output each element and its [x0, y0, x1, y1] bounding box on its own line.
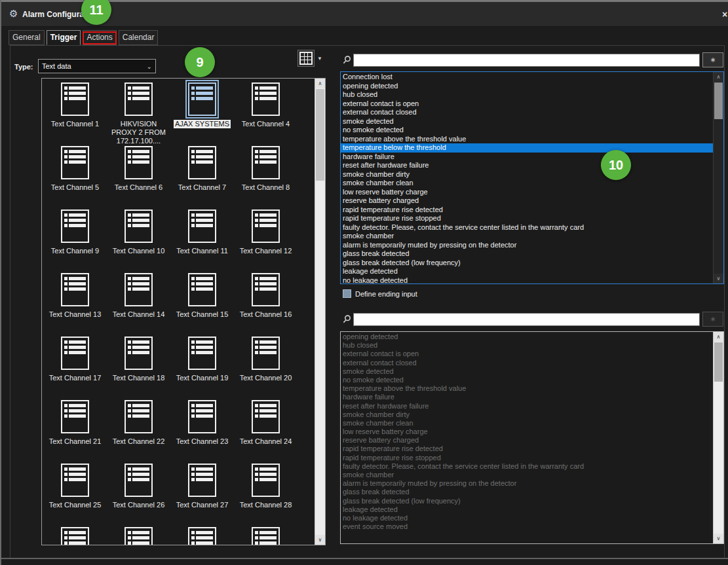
text-channel-item[interactable]: Text Channel 5: [43, 143, 107, 207]
text-channel-item[interactable]: [43, 524, 107, 545]
text-channel-item[interactable]: Text Channel 22: [107, 397, 170, 461]
end-events-scrollbar[interactable]: ∧ ∨: [713, 332, 723, 543]
start-event-search-input[interactable]: [353, 54, 700, 67]
scrollbar-thumb[interactable]: [714, 342, 723, 382]
event-item[interactable]: hub closed: [341, 90, 714, 100]
text-channel-item[interactable]: Text Channel 9: [43, 207, 107, 270]
view-mode-button[interactable]: ▼: [297, 50, 322, 67]
event-item[interactable]: alarm is temporarily muted by pressing o…: [341, 241, 714, 250]
event-item[interactable]: hardware failure: [341, 153, 714, 162]
text-channel-item[interactable]: Text Channel 21: [43, 397, 107, 461]
text-channel-item[interactable]: Text Channel 27: [170, 461, 234, 524]
text-channel-item[interactable]: Text Channel 19: [170, 334, 234, 397]
event-item[interactable]: rapid temperature rise detected: [341, 206, 714, 215]
text-channel-item[interactable]: Text Channel 8: [234, 143, 297, 207]
trigger-tab-panel: Type: Text data ⌄ ▼ Text Channel 1: [10, 45, 725, 559]
text-channel-item[interactable]: Text Channel 1: [43, 80, 107, 143]
text-channel-item[interactable]: Text Channel 12: [234, 207, 297, 270]
event-item: opening detected: [341, 333, 714, 341]
event-item[interactable]: external contact closed: [341, 108, 714, 117]
text-channel-item[interactable]: Text Channel 10: [107, 207, 170, 270]
event-item[interactable]: faulty detector. Please, contact the ser…: [341, 223, 714, 232]
text-channel-label: Text Channel 26: [113, 501, 165, 509]
event-item[interactable]: external contact is open: [341, 100, 714, 109]
scroll-down-icon[interactable]: ∨: [714, 534, 723, 543]
event-item[interactable]: opening detected: [341, 82, 714, 91]
define-ending-input-checkbox[interactable]: [343, 289, 351, 298]
type-dropdown[interactable]: Text data ⌄: [38, 59, 156, 73]
event-item: temperature above the threshold value: [341, 384, 714, 393]
close-icon[interactable]: ×: [722, 9, 727, 20]
event-item[interactable]: smoke chamber: [341, 232, 714, 241]
text-channel-item[interactable]: AJAX SYSTEMS: [170, 80, 234, 143]
start-search-options-button[interactable]: ∗: [702, 52, 723, 67]
event-item[interactable]: smoke detected: [341, 117, 714, 126]
event-item[interactable]: no leakage detected: [341, 276, 714, 284]
scroll-down-icon[interactable]: ∨: [315, 535, 325, 545]
text-channel-label: Text Channel 13: [49, 310, 102, 319]
text-channel-item[interactable]: Text Channel 15: [170, 270, 234, 334]
text-channel-item[interactable]: Text Channel 16: [234, 270, 297, 334]
dropdown-arrow-icon: ▼: [317, 56, 322, 62]
text-channel-item[interactable]: Text Channel 14: [107, 270, 170, 334]
text-channel-grid: Text Channel 1 HIKVISION PROXY 2 FROM 17…: [42, 79, 315, 545]
type-label: Type:: [14, 63, 33, 71]
text-channel-icon: [249, 143, 282, 182]
text-channel-icon: [58, 461, 92, 500]
text-channel-item[interactable]: Text Channel 24: [234, 397, 297, 461]
scroll-up-icon[interactable]: ∧: [714, 332, 723, 342]
text-channel-item[interactable]: Text Channel 11: [170, 207, 234, 270]
text-channel-item[interactable]: Text Channel 23: [170, 397, 234, 461]
text-channel-label: Text Channel 25: [49, 501, 102, 509]
tab[interactable]: General: [9, 30, 45, 45]
text-channel-item[interactable]: Text Channel 4: [234, 80, 297, 143]
event-item[interactable]: rapid temperature rise stopped: [341, 214, 714, 223]
event-item[interactable]: glass break detected (low frequency): [341, 259, 714, 268]
text-channel-item[interactable]: HIKVISION PROXY 2 FROM 172.17.100....: [107, 80, 170, 143]
event-item: external contact is open: [341, 350, 714, 358]
text-channel-icon: [185, 334, 219, 373]
tab[interactable]: Trigger: [47, 30, 81, 45]
event-item: rapid temperature rise detected: [341, 445, 714, 453]
text-channel-item[interactable]: [170, 524, 234, 545]
event-item[interactable]: no smoke detected: [341, 126, 714, 135]
event-item[interactable]: temperature below the threshold: [341, 143, 714, 153]
text-channel-item[interactable]: [107, 524, 170, 545]
scroll-up-icon[interactable]: ∧: [714, 72, 723, 82]
scrollbar-thumb[interactable]: [714, 82, 723, 119]
text-channel-item[interactable]: Text Channel 20: [234, 334, 297, 397]
event-item[interactable]: Connection lost: [341, 73, 714, 82]
text-channel-icon: [122, 334, 155, 373]
event-item[interactable]: reset after hardware failure: [341, 161, 714, 170]
text-channel-item[interactable]: Text Channel 28: [234, 461, 297, 524]
event-item: external contact closed: [341, 359, 714, 367]
end-event-search-input[interactable]: [353, 313, 700, 326]
text-channel-label: Text Channel 9: [51, 247, 99, 255]
event-item[interactable]: low reserve battery charge: [341, 188, 714, 197]
scrollbar-thumb[interactable]: [316, 89, 324, 181]
tab[interactable]: Calendar: [119, 30, 159, 45]
search-icon: [342, 314, 352, 324]
event-item[interactable]: glass break detected: [341, 249, 714, 259]
event-item[interactable]: reserve battery charged: [341, 196, 714, 206]
tab-label: Actions: [86, 33, 112, 42]
text-channel-item[interactable]: Text Channel 17: [43, 334, 107, 397]
start-events-scrollbar[interactable]: ∧ ∨: [713, 72, 723, 283]
text-channel-item[interactable]: Text Channel 13: [43, 270, 107, 334]
channel-grid-scrollbar[interactable]: ∧ ∨: [315, 79, 325, 545]
event-item[interactable]: smoke chamber clean: [341, 179, 714, 188]
event-item[interactable]: temperature above the threshold value: [341, 135, 714, 144]
text-channel-item[interactable]: Text Channel 7: [170, 143, 234, 207]
text-channel-item[interactable]: Text Channel 18: [107, 334, 170, 397]
text-channel-item[interactable]: [234, 524, 297, 545]
event-item[interactable]: leakage detected: [341, 267, 714, 276]
text-channel-item[interactable]: Text Channel 26: [107, 461, 170, 524]
tab[interactable]: Actions: [83, 30, 116, 45]
scroll-up-icon[interactable]: ∧: [315, 79, 325, 88]
scroll-down-icon[interactable]: ∨: [714, 274, 723, 283]
text-channel-item[interactable]: Text Channel 6: [107, 143, 170, 207]
text-channel-icon: [249, 524, 282, 545]
event-item[interactable]: smoke chamber dirty: [341, 170, 714, 179]
text-channel-icon: [122, 207, 155, 246]
text-channel-item[interactable]: Text Channel 25: [43, 461, 107, 524]
